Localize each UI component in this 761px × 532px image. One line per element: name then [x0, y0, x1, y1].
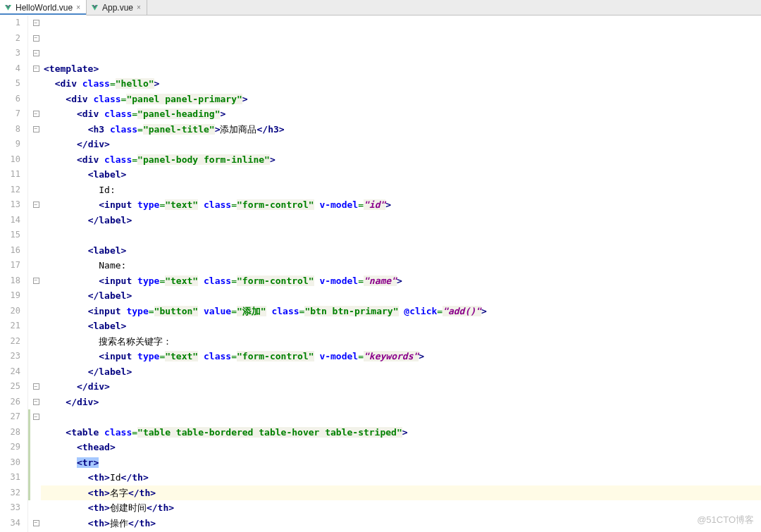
code-line[interactable]: <th>操作</th>: [44, 516, 761, 531]
fold-toggle[interactable]: −: [33, 414, 39, 420]
code-line[interactable]: <div class="panel-body form-inline">: [44, 152, 761, 168]
code-line[interactable]: Name:: [44, 258, 761, 273]
code-line[interactable]: <div class="hello">: [44, 76, 761, 92]
close-icon[interactable]: ×: [76, 4, 80, 11]
fold-toggle[interactable]: −: [33, 50, 39, 56]
code-line[interactable]: <label>: [44, 167, 761, 183]
code-line[interactable]: <input type="text" class="form-control" …: [44, 349, 761, 364]
code-line[interactable]: </div>: [44, 379, 761, 395]
editor-area: 1234567891011121314151617181920212223242…: [0, 16, 761, 532]
watermark: @51CTO博客: [697, 514, 754, 526]
code-line[interactable]: <th>创建时间</th>: [44, 500, 761, 516]
code-line[interactable]: [44, 228, 761, 243]
code-line[interactable]: </label>: [44, 213, 761, 228]
code-line[interactable]: <label>: [44, 318, 761, 334]
code-line[interactable]: <input type="text" class="form-control" …: [44, 197, 761, 213]
code-line[interactable]: <table class="table table-bordered table…: [44, 425, 761, 440]
code-line[interactable]: <tr>: [44, 455, 761, 471]
code-line[interactable]: <th>Id</th>: [44, 470, 761, 485]
code-line[interactable]: Id:: [44, 183, 761, 198]
close-icon[interactable]: ×: [137, 4, 141, 11]
fold-toggle[interactable]: −: [33, 383, 39, 390]
code-line[interactable]: </div>: [44, 137, 761, 152]
code-line[interactable]: <th>名字</th>: [44, 485, 761, 501]
fold-gutter[interactable]: −−−−−−−−−−−−: [31, 16, 41, 532]
fold-toggle[interactable]: −: [33, 111, 39, 117]
fold-toggle[interactable]: −: [33, 520, 39, 526]
tab-app[interactable]: App.vue ×: [87, 0, 147, 15]
fold-toggle[interactable]: −: [33, 66, 39, 72]
editor-tabs: HelloWorld.vue × App.vue ×: [0, 0, 761, 16]
code-line[interactable]: <div class="panel panel-primary">: [44, 92, 761, 107]
code-line[interactable]: <label>: [44, 243, 761, 259]
code-area[interactable]: <template> <div class="hello"> <div clas…: [41, 16, 761, 532]
code-line[interactable]: <input type="button" value="添加" class="b…: [44, 304, 761, 319]
code-line[interactable]: [44, 409, 761, 425]
line-gutter[interactable]: 1234567891011121314151617181920212223242…: [0, 16, 28, 532]
code-line[interactable]: <input type="text" class="form-control" …: [44, 273, 761, 289]
code-line[interactable]: </label>: [44, 288, 761, 304]
tab-label: App.vue: [102, 3, 133, 13]
fold-toggle[interactable]: −: [33, 126, 39, 132]
fold-toggle[interactable]: −: [33, 399, 39, 405]
fold-toggle[interactable]: −: [33, 202, 39, 208]
code-line[interactable]: 搜索名称关键字：: [44, 334, 761, 349]
code-line[interactable]: </div>: [44, 395, 761, 410]
code-line[interactable]: <template>: [44, 61, 761, 77]
tab-helloworld[interactable]: HelloWorld.vue ×: [0, 0, 87, 16]
vue-icon: [4, 4, 12, 11]
fold-toggle[interactable]: −: [33, 35, 39, 42]
tab-label: HelloWorld.vue: [16, 3, 73, 13]
fold-toggle[interactable]: −: [33, 20, 39, 26]
code-line[interactable]: </label>: [44, 364, 761, 380]
code-line[interactable]: <div class="panel-heading">: [44, 106, 761, 122]
fold-toggle[interactable]: −: [33, 278, 39, 284]
code-line[interactable]: <h3 class="panel-title">添加商品</h3>: [44, 122, 761, 137]
vue-icon: [91, 4, 99, 11]
code-line[interactable]: <thead>: [44, 440, 761, 455]
